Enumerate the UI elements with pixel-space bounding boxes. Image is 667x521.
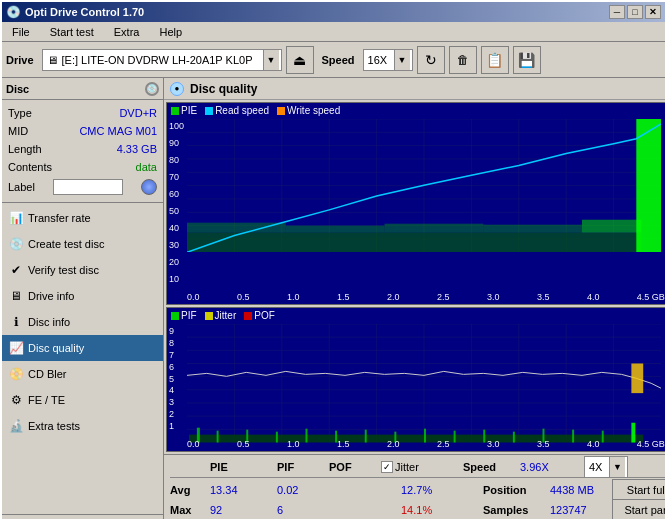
- nav-disc-info-label: Disc info: [28, 316, 70, 328]
- mid-label: MID: [8, 122, 28, 140]
- svg-rect-61: [631, 364, 643, 394]
- nav-fe-te-label: FE / TE: [28, 394, 65, 406]
- jitter-chart: PIF Jitter POF 987654321: [166, 307, 667, 452]
- nav-verify-test-disc-label: Verify test disc: [28, 264, 99, 276]
- disc-quality-header: ● Disc quality: [164, 78, 667, 100]
- svg-rect-20: [187, 223, 286, 233]
- start-full-button[interactable]: Start full: [612, 479, 667, 501]
- legend-read-speed: Read speed: [215, 105, 269, 116]
- avg-jitter: 12.7%: [401, 484, 461, 496]
- drive-dropdown-arrow[interactable]: ▼: [263, 50, 279, 70]
- legend-write-speed: Write speed: [287, 105, 340, 116]
- nav-create-test-disc-label: Create test disc: [28, 238, 104, 250]
- legend-pif: PIF: [181, 310, 197, 321]
- samples-value: 123747: [550, 504, 600, 516]
- maximize-button[interactable]: □: [627, 5, 643, 19]
- legend-jitter: Jitter: [215, 310, 237, 321]
- speed-dropdown-arrow[interactable]: ▼: [394, 50, 410, 70]
- chart2-legend: PIF Jitter POF: [171, 310, 275, 321]
- max-label: Max: [170, 504, 198, 516]
- position-label: Position: [483, 484, 538, 496]
- label-input[interactable]: [53, 179, 123, 195]
- chart2-svg: [187, 324, 661, 443]
- svg-rect-23: [483, 225, 582, 233]
- pie-chart: PIE Read speed Write speed 10090: [166, 102, 667, 305]
- disc-info-panel: Type DVD+R MID CMC MAG M01 Length 4.33 G…: [2, 100, 163, 200]
- nav-verify-test-disc[interactable]: ✔ Verify test disc: [2, 257, 163, 283]
- nav-drive-info-label: Drive info: [28, 290, 74, 302]
- cd-bler-icon: 📀: [8, 366, 24, 382]
- avg-pif: 0.02: [277, 484, 327, 496]
- length-value: 4.33 GB: [117, 140, 157, 158]
- max-pif: 6: [277, 504, 327, 516]
- verify-test-disc-icon: ✔: [8, 262, 24, 278]
- title-bar: 💿 Opti Drive Control 1.70 ─ □ ✕: [2, 2, 665, 22]
- pie-col-header: PIE: [210, 461, 265, 473]
- pof-col-header: POF: [329, 461, 369, 473]
- start-part-button[interactable]: Start part: [612, 499, 667, 521]
- nav-cd-bler-label: CD Bler: [28, 368, 67, 380]
- contents-value: data: [136, 158, 157, 176]
- nav-drive-info[interactable]: 🖥 Drive info: [2, 283, 163, 309]
- quality-speed-arrow[interactable]: ▼: [609, 457, 625, 477]
- menu-file[interactable]: File: [6, 24, 36, 40]
- pif-col-header: PIF: [277, 461, 317, 473]
- jitter-checkbox-row[interactable]: ✓ Jitter: [381, 461, 441, 473]
- samples-label: Samples: [483, 504, 538, 516]
- nav-menu: 📊 Transfer rate 💿 Create test disc ✔ Ver…: [2, 205, 163, 439]
- svg-rect-21: [286, 226, 385, 233]
- disc-title: Disc: [6, 83, 29, 95]
- max-pie: 92: [210, 504, 265, 516]
- speed-value: 16X: [366, 54, 394, 66]
- chart1-svg: [187, 119, 661, 252]
- disc-quality-section-icon: ●: [170, 82, 184, 96]
- app-title: Opti Drive Control 1.70: [25, 6, 144, 18]
- quality-speed-value: 4X: [587, 461, 609, 473]
- speed-col-header: Speed: [463, 461, 508, 473]
- nav-fe-te[interactable]: ⚙ FE / TE: [2, 387, 163, 413]
- contents-label: Contents: [8, 158, 52, 176]
- menu-help[interactable]: Help: [153, 24, 188, 40]
- svg-rect-24: [582, 220, 641, 233]
- speed-selector[interactable]: 16X ▼: [363, 49, 413, 71]
- jitter-checkbox[interactable]: ✓: [381, 461, 393, 473]
- close-button[interactable]: ✕: [645, 5, 661, 19]
- refresh-button[interactable]: ↻: [417, 46, 445, 74]
- fe-te-icon: ⚙: [8, 392, 24, 408]
- chart-container: PIE Read speed Write speed 10090: [164, 100, 667, 454]
- disc-info-icon: ℹ: [8, 314, 24, 330]
- speed-label: Speed: [322, 54, 355, 66]
- chart2-x-axis: 0.00.51.01.52.02.53.03.54.04.5 GB: [187, 439, 665, 449]
- extra-tests-icon: 🔬: [8, 418, 24, 434]
- avg-label: Avg: [170, 484, 198, 496]
- save-button[interactable]: 💾: [513, 46, 541, 74]
- nav-disc-info[interactable]: ℹ Disc info: [2, 309, 163, 335]
- legend-pie: PIE: [181, 105, 197, 116]
- create-test-disc-icon: 💿: [8, 236, 24, 252]
- speed-value-display: 3.96X: [520, 461, 570, 473]
- menu-start-test[interactable]: Start test: [44, 24, 100, 40]
- nav-disc-quality[interactable]: 📈 Disc quality: [2, 335, 163, 361]
- max-jitter: 14.1%: [401, 504, 461, 516]
- nav-disc-quality-label: Disc quality: [28, 342, 84, 354]
- erase-button[interactable]: 🗑: [449, 46, 477, 74]
- disc-icon: 💿: [145, 82, 159, 96]
- type-value: DVD+R: [119, 104, 157, 122]
- nav-create-test-disc[interactable]: 💿 Create test disc: [2, 231, 163, 257]
- drive-selector[interactable]: 🖥 [E:] LITE-ON DVDRW LH-20A1P KL0P ▼: [42, 49, 282, 71]
- nav-transfer-rate[interactable]: 📊 Transfer rate: [2, 205, 163, 231]
- copy-button[interactable]: 📋: [481, 46, 509, 74]
- minimize-button[interactable]: ─: [609, 5, 625, 19]
- eject-button[interactable]: ⏏: [286, 46, 314, 74]
- menu-extra[interactable]: Extra: [108, 24, 146, 40]
- quality-speed-combo[interactable]: 4X ▼: [584, 456, 628, 478]
- position-value: 4438 MB: [550, 484, 600, 496]
- nav-extra-tests-label: Extra tests: [28, 420, 80, 432]
- chart1-x-axis: 0.00.51.01.52.02.53.03.54.04.5 GB: [187, 292, 665, 302]
- drive-text: [E:] LITE-ON DVDRW LH-20A1P KL0P: [60, 54, 263, 66]
- svg-rect-25: [636, 119, 661, 252]
- jitter-col-header: Jitter: [395, 461, 419, 473]
- drive-info-icon: 🖥: [8, 288, 24, 304]
- nav-cd-bler[interactable]: 📀 CD Bler: [2, 361, 163, 387]
- nav-extra-tests[interactable]: 🔬 Extra tests: [2, 413, 163, 439]
